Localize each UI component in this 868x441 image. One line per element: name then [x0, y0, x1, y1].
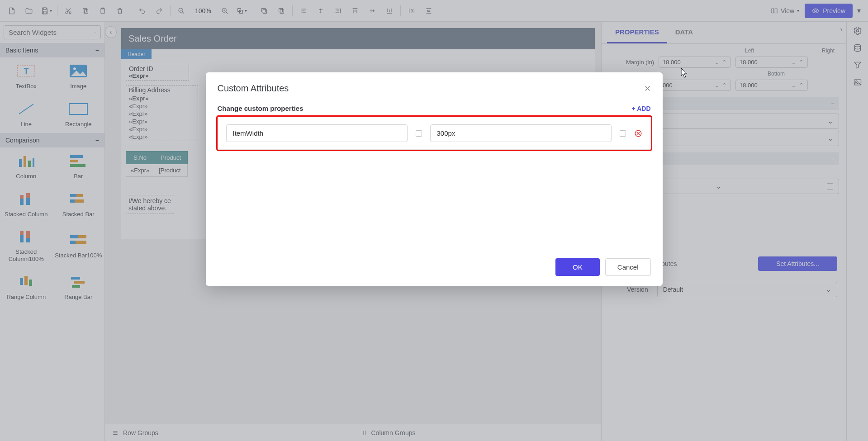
ok-button[interactable]: OK: [555, 258, 600, 276]
attribute-name-checkbox[interactable]: [416, 130, 422, 137]
add-attribute-button[interactable]: + ADD: [632, 105, 651, 112]
attribute-value-input[interactable]: [430, 124, 612, 142]
attribute-row: [226, 124, 642, 142]
attribute-name-input[interactable]: [226, 124, 408, 142]
attribute-row-highlight: [218, 117, 651, 150]
dialog-subtitle: Change custom properties: [218, 104, 304, 112]
modal-overlay: Custom Attributes ✕ Change custom proper…: [0, 0, 868, 441]
cancel-button[interactable]: Cancel: [605, 258, 651, 276]
dialog-title: Custom Attributes: [218, 83, 289, 94]
delete-attribute-icon[interactable]: [634, 129, 642, 138]
attribute-value-checkbox[interactable]: [620, 130, 626, 137]
custom-attributes-dialog: Custom Attributes ✕ Change custom proper…: [206, 72, 663, 286]
close-icon[interactable]: ✕: [644, 84, 651, 94]
